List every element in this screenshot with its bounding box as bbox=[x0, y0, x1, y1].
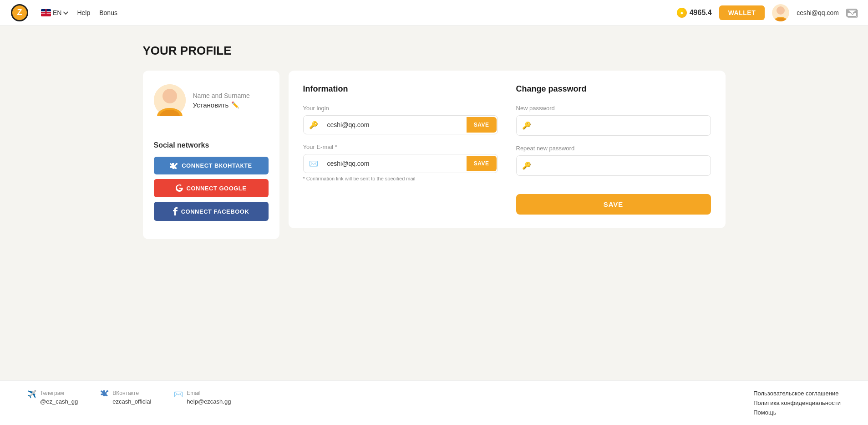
new-password-field-group: New password 🔑 bbox=[516, 105, 711, 136]
email-field-group: Your E-mail * ✉️ SAVE * Confirmation lin… bbox=[303, 143, 498, 181]
vk-info: ВКонтакте ezcash_official bbox=[112, 390, 151, 405]
password-heading: Change password bbox=[516, 84, 711, 94]
flag-icon bbox=[41, 9, 51, 16]
avatar bbox=[772, 4, 789, 21]
information-heading: Information bbox=[303, 84, 498, 94]
footer-email: ✉️ Email help@ezcash.gg bbox=[174, 390, 231, 405]
telegram-value[interactable]: @ez_cash_gg bbox=[40, 398, 78, 405]
password-column: Change password New password 🔑 Repeat ne… bbox=[516, 84, 711, 215]
login-save-button[interactable]: SAVE bbox=[467, 117, 497, 133]
new-password-input[interactable] bbox=[536, 122, 705, 129]
social-title: Social networks bbox=[154, 141, 269, 149]
info-columns: Information Your login 🔑 SAVE Your E-mai… bbox=[303, 84, 711, 215]
vk-value[interactable]: ezcash_official bbox=[112, 398, 151, 405]
coins-display: ● 4965.4 bbox=[677, 8, 712, 18]
edit-icon[interactable]: ✏️ bbox=[231, 101, 239, 108]
profile-avatar-section: Name and Surname Установить ✏️ bbox=[154, 84, 269, 116]
header: Z EN Help Bonus ● 4965.4 WALLET ceshi@qq… bbox=[0, 0, 868, 26]
login-input-wrapper: 🔑 SAVE bbox=[303, 115, 498, 134]
profile-right-card: Information Your login 🔑 SAVE Your E-mai… bbox=[289, 71, 726, 228]
social-networks-section: Social networks CONNECT ВКОНТАКТЕ CONNEC… bbox=[154, 130, 269, 221]
logo-icon[interactable]: Z bbox=[11, 4, 28, 21]
big-avatar bbox=[154, 84, 186, 116]
footer-vk: ВКонтакте ezcash_official bbox=[101, 390, 151, 405]
privacy-link[interactable]: Политика конфиденциальности bbox=[753, 399, 841, 406]
facebook-icon bbox=[173, 207, 178, 215]
help-footer-link[interactable]: Помощь bbox=[753, 409, 841, 416]
vk-title: ВКонтакте bbox=[112, 390, 151, 396]
chevron-down-icon bbox=[63, 9, 68, 14]
vk-footer-icon bbox=[101, 390, 109, 396]
lang-label: EN bbox=[53, 9, 61, 16]
key-icon-2: 🔑 bbox=[522, 121, 531, 130]
btn-facebook-label: CONNECT FACEBOOK bbox=[181, 208, 249, 215]
footer-nav: Пользовательское соглашение Политика кон… bbox=[753, 390, 841, 416]
header-nav: EN Help Bonus bbox=[37, 7, 117, 18]
email-save-button[interactable]: SAVE bbox=[467, 156, 497, 171]
help-link[interactable]: Help bbox=[77, 9, 90, 16]
footer: ✈️ Телеграм @ez_cash_gg ВКонтакте ezcash… bbox=[0, 380, 868, 425]
information-column: Information Your login 🔑 SAVE Your E-mai… bbox=[303, 84, 498, 215]
set-name-text: Установить bbox=[193, 101, 229, 109]
repeat-password-input[interactable] bbox=[536, 162, 705, 169]
connect-google-button[interactable]: CONNECT GOOGLE bbox=[154, 179, 269, 197]
footer-email-icon: ✉️ bbox=[174, 390, 183, 399]
email-note: * Confirmation link will be sent to the … bbox=[303, 176, 498, 181]
save-password-button[interactable]: SAVE bbox=[516, 194, 711, 215]
new-password-wrapper: 🔑 bbox=[516, 115, 711, 136]
svg-rect-4 bbox=[848, 10, 858, 17]
message-icon[interactable] bbox=[846, 9, 857, 17]
bonus-link[interactable]: Bonus bbox=[99, 9, 117, 16]
profile-name-section: Name and Surname Установить ✏️ bbox=[193, 92, 250, 109]
connect-vk-button[interactable]: CONNECT ВКОНТАКТЕ bbox=[154, 157, 269, 174]
wallet-button[interactable]: WALLET bbox=[719, 5, 765, 20]
page-title: YOUR PROFILE bbox=[143, 44, 726, 58]
repeat-password-wrapper: 🔑 bbox=[516, 155, 711, 176]
new-password-label: New password bbox=[516, 105, 711, 112]
coin-icon: ● bbox=[677, 8, 687, 18]
btn-vk-label: CONNECT ВКОНТАКТЕ bbox=[182, 162, 252, 169]
login-field-group: Your login 🔑 SAVE bbox=[303, 105, 498, 134]
btn-google-label: CONNECT GOOGLE bbox=[187, 185, 247, 192]
email-info: Email help@ezcash.gg bbox=[187, 390, 231, 405]
repeat-password-label: Repeat new password bbox=[516, 145, 711, 152]
language-selector[interactable]: EN bbox=[37, 7, 71, 18]
set-name: Установить ✏️ bbox=[193, 101, 250, 109]
name-label: Name and Surname bbox=[193, 92, 250, 99]
email-label: Your E-mail * bbox=[303, 143, 498, 150]
main-content: YOUR PROFILE Name and Surname Установить bbox=[116, 26, 753, 380]
email-input[interactable] bbox=[324, 154, 467, 173]
user-email: ceshi@qq.com bbox=[797, 9, 839, 16]
envelope-icon bbox=[847, 10, 858, 18]
big-avatar-svg bbox=[154, 84, 186, 116]
telegram-info: Телеграм @ez_cash_gg bbox=[40, 390, 78, 405]
connect-facebook-button[interactable]: CONNECT FACEBOOK bbox=[154, 202, 269, 221]
nav-links: Help Bonus bbox=[77, 9, 117, 16]
vk-icon bbox=[170, 163, 178, 169]
login-label: Your login bbox=[303, 105, 498, 112]
key-icon: 🔑 bbox=[304, 121, 324, 129]
coins-value: 4965.4 bbox=[690, 9, 712, 17]
footer-vk-icon bbox=[101, 390, 109, 398]
repeat-password-field-group: Repeat new password 🔑 bbox=[516, 145, 711, 176]
footer-email-title: Email bbox=[187, 390, 231, 396]
telegram-title: Телеграм bbox=[40, 390, 78, 396]
svg-point-6 bbox=[162, 89, 177, 103]
envelope-small-icon: ✉️ bbox=[304, 159, 324, 168]
email-input-wrapper: ✉️ SAVE bbox=[303, 154, 498, 173]
terms-link[interactable]: Пользовательское соглашение bbox=[753, 390, 841, 397]
footer-email-value[interactable]: help@ezcash.gg bbox=[187, 398, 231, 405]
svg-point-1 bbox=[777, 6, 785, 15]
profile-left-card: Name and Surname Установить ✏️ Social ne… bbox=[143, 71, 279, 239]
google-icon bbox=[176, 184, 183, 192]
telegram-icon: ✈️ bbox=[27, 390, 36, 399]
avatar-svg bbox=[772, 4, 789, 21]
profile-layout: Name and Surname Установить ✏️ Social ne… bbox=[143, 71, 726, 239]
key-icon-3: 🔑 bbox=[522, 161, 531, 170]
footer-telegram: ✈️ Телеграм @ez_cash_gg bbox=[27, 390, 78, 405]
header-right: ● 4965.4 WALLET ceshi@qq.com bbox=[677, 4, 857, 21]
login-input[interactable] bbox=[324, 116, 467, 134]
